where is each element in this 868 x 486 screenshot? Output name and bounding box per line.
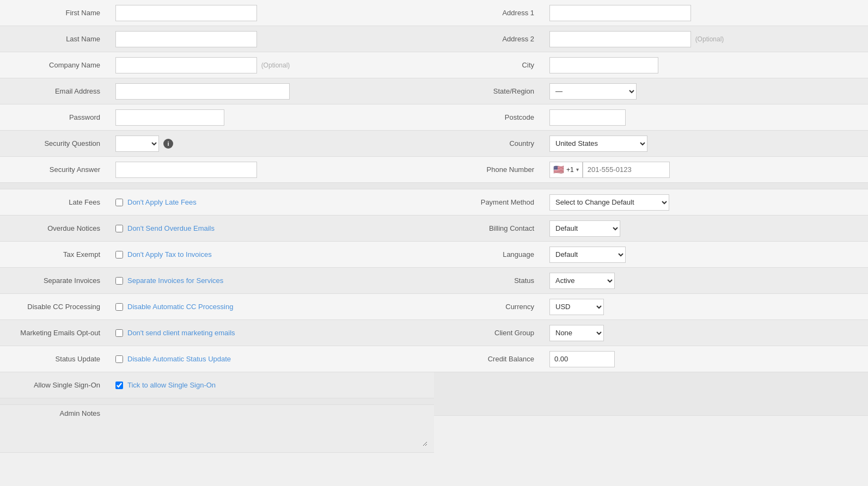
client-group-select[interactable]: None xyxy=(549,325,604,341)
password-input[interactable] xyxy=(115,109,224,126)
phone-inner: 🇺🇸 +1 ▾ xyxy=(549,162,861,178)
single-sign-on-text: Tick to allow Single Sign-On xyxy=(127,381,216,389)
billing-contact-select[interactable]: Default xyxy=(549,220,620,237)
security-answer-label: Security Answer xyxy=(0,165,109,174)
separate-invoices-control: Separate Invoices for Services xyxy=(109,272,434,289)
billing-contact-control: Default xyxy=(543,216,868,241)
state-label: State/Region xyxy=(434,87,543,95)
late-fees-checkbox-row: Don't Apply Late Fees xyxy=(115,198,427,206)
overdue-notices-label: Overdue Notices xyxy=(0,224,109,232)
address1-row: Address 1 xyxy=(434,0,868,26)
separate-invoices-checkbox-row: Separate Invoices for Services xyxy=(115,276,427,285)
phone-flag-select[interactable]: 🇺🇸 +1 ▾ xyxy=(549,162,583,178)
status-update-control: Disable Automatic Status Update xyxy=(109,350,434,367)
phone-dropdown-arrow: ▾ xyxy=(576,167,579,173)
admin-notes-textarea[interactable] xyxy=(115,414,427,446)
currency-label: Currency xyxy=(434,303,543,311)
city-row: City xyxy=(434,52,868,78)
credit-balance-input[interactable] xyxy=(549,351,615,367)
late-fees-checkbox[interactable] xyxy=(115,199,123,206)
security-answer-row: Security Answer xyxy=(0,157,434,183)
tax-exempt-control: Don't Apply Tax to Invoices xyxy=(109,246,434,263)
single-sign-on-row: Allow Single Sign-On Tick to allow Singl… xyxy=(0,372,434,398)
company-optional-text: (Optional) xyxy=(261,61,290,69)
postcode-row: Postcode xyxy=(434,104,868,131)
late-fees-text: Don't Apply Late Fees xyxy=(127,198,197,206)
single-sign-on-checkbox-row: Tick to allow Single Sign-On xyxy=(115,381,427,389)
country-select[interactable]: United States xyxy=(549,136,647,152)
currency-control: USD xyxy=(543,294,868,319)
disable-cc-checkbox[interactable] xyxy=(115,303,123,311)
email-address-input[interactable] xyxy=(115,83,290,100)
company-name-control: (Optional) xyxy=(109,53,434,78)
language-select[interactable]: Default xyxy=(549,247,626,263)
company-name-input[interactable] xyxy=(115,57,257,73)
security-question-label: Security Question xyxy=(0,139,109,147)
security-question-control: i xyxy=(109,131,434,156)
email-address-row: Email Address xyxy=(0,78,434,104)
security-answer-input[interactable] xyxy=(115,162,257,178)
billing-contact-label: Billing Contact xyxy=(434,224,543,232)
marketing-emails-checkbox-row: Don't send client marketing emails xyxy=(115,329,427,337)
right-column: Address 1 Address 2 (Optional) City Stat… xyxy=(434,0,868,486)
language-row: Language Default xyxy=(434,242,868,268)
security-question-select[interactable] xyxy=(115,136,159,152)
first-name-input[interactable] xyxy=(115,5,257,21)
single-sign-on-label: Allow Single Sign-On xyxy=(0,381,109,389)
separate-invoices-checkbox[interactable] xyxy=(115,277,123,285)
last-name-row: Last Name xyxy=(0,26,434,52)
last-name-input[interactable] xyxy=(115,31,257,47)
late-fees-row: Late Fees Don't Apply Late Fees xyxy=(0,189,434,216)
security-answer-control xyxy=(109,157,434,182)
phone-number-input[interactable] xyxy=(583,162,670,178)
tax-exempt-checkbox[interactable] xyxy=(115,251,123,259)
marketing-emails-text: Don't send client marketing emails xyxy=(127,329,235,337)
overdue-notices-checkbox[interactable] xyxy=(115,225,123,232)
password-label: Password xyxy=(0,113,109,121)
first-name-label: First Name xyxy=(0,9,109,17)
status-update-checkbox[interactable] xyxy=(115,355,123,363)
right-spacer-row xyxy=(434,183,868,189)
state-control: — xyxy=(543,79,868,104)
tax-exempt-label: Tax Exempt xyxy=(0,250,109,259)
address2-control: (Optional) xyxy=(543,27,868,52)
company-name-label: Company Name xyxy=(0,61,109,69)
payment-method-select[interactable]: Select to Change Default xyxy=(549,194,669,211)
currency-select[interactable]: USD xyxy=(549,299,604,315)
billing-contact-row: Billing Contact Default xyxy=(434,216,868,242)
payment-method-row: Payment Method Select to Change Default xyxy=(434,189,868,216)
late-fees-control: Don't Apply Late Fees xyxy=(109,194,434,211)
security-question-inner: i xyxy=(115,136,427,152)
city-input[interactable] xyxy=(549,57,658,73)
right-bottom-spacer xyxy=(434,372,868,416)
city-control xyxy=(543,53,868,78)
form-container: First Name Last Name Company Name (Optio… xyxy=(0,0,868,486)
us-flag-icon: 🇺🇸 xyxy=(553,164,564,175)
address2-input[interactable] xyxy=(549,31,691,47)
password-control xyxy=(109,105,434,130)
marketing-emails-checkbox[interactable] xyxy=(115,329,123,337)
postcode-input[interactable] xyxy=(549,109,626,126)
first-name-row: First Name xyxy=(0,0,434,26)
email-address-control xyxy=(109,79,434,104)
address1-label: Address 1 xyxy=(434,9,543,17)
single-sign-on-checkbox[interactable] xyxy=(115,382,123,389)
address2-optional-text: (Optional) xyxy=(695,35,724,43)
phone-control: 🇺🇸 +1 ▾ xyxy=(543,157,868,182)
status-update-label: Status Update xyxy=(0,355,109,363)
status-update-text: Disable Automatic Status Update xyxy=(127,355,231,363)
state-row: State/Region — xyxy=(434,78,868,104)
address1-input[interactable] xyxy=(549,5,691,21)
admin-notes-control xyxy=(109,409,434,452)
country-label: Country xyxy=(434,139,543,147)
state-select[interactable]: — xyxy=(549,83,637,100)
late-fees-label: Late Fees xyxy=(0,198,109,206)
info-icon[interactable]: i xyxy=(163,139,173,149)
disable-cc-label: Disable CC Processing xyxy=(0,303,109,311)
status-select[interactable]: Active Inactive xyxy=(549,273,615,289)
status-row: Status Active Inactive xyxy=(434,268,868,294)
postcode-label: Postcode xyxy=(434,113,543,121)
admin-notes-label: Admin Notes xyxy=(0,409,109,417)
client-group-row: Client Group None xyxy=(434,320,868,346)
phone-label: Phone Number xyxy=(434,165,543,174)
